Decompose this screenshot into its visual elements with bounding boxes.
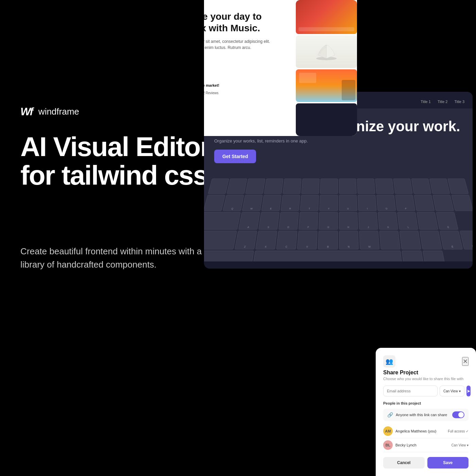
access-level-label: Can View [443,389,458,393]
key: L [397,212,418,230]
review-count: 4,532 Reviews [204,91,219,95]
user-access-0: Full access [448,429,469,433]
thumbnail-3 [296,69,357,102]
key [320,178,338,194]
key: Y [319,195,338,211]
key [204,231,237,250]
loop-tab-2[interactable]: Title 2 [438,100,448,104]
key [411,178,431,194]
key: P [395,195,415,211]
user-row-1: BL Becky Lynch Can View ▾ [383,438,469,452]
key [357,178,375,194]
key [417,212,438,230]
key: J [358,212,378,230]
user-name-1: Becky Lynch [395,443,449,447]
modal-close-button[interactable]: ✕ [462,357,469,366]
key [414,195,435,211]
music-card-title: Improve your day to the Max with Music. [204,11,273,34]
key [245,178,265,194]
key: I [358,195,377,211]
access-level-dropdown[interactable]: Can View ▾ [440,386,464,396]
modal-title: Share Project [383,370,469,376]
music-card-body: Lorem ipsum dolor sit amet, consectetur … [204,38,273,51]
key: Z [235,231,257,250]
toggle-knob [458,412,464,418]
share-project-modal: 👥 ✕ Share Project Choose who you would l… [376,348,476,476]
space-key [252,251,403,261]
key [419,231,442,250]
key [399,231,421,250]
page-subtitle: Create beautiful frontend within minutes… [20,245,231,271]
key: H [339,212,358,230]
loop-tab-1[interactable]: Title 1 [421,100,431,104]
option-key: option [204,251,254,261]
key [379,231,401,250]
save-button[interactable]: Save [427,457,469,469]
loop-tabs: Title 1 Title 2 Title 3 [421,100,464,104]
key: C [276,231,298,250]
key: X [255,231,277,250]
key [393,178,412,194]
link-share-toggle[interactable] [452,411,464,418]
key: G [319,212,338,230]
chevron-down-icon: ▾ [459,389,461,393]
key [375,178,394,194]
people-section-label: People in this project [383,401,469,405]
logo-icon: Wf [20,105,32,118]
keyboard-visual: Q W E R T Y U I O P A S D [204,176,473,261]
user-avatar-1: BL [383,440,393,450]
key: T [300,195,319,211]
link-share-text: Anyone with this link can share [396,413,447,417]
key: É [436,212,458,230]
logo-text: windframe [38,106,79,117]
key: N [339,231,359,250]
user-row-0: AM Angelica Matthews (you) Full access [383,424,469,438]
thumbnail-4 [296,103,357,136]
key: V [297,231,318,250]
modal-icon: 👥 [383,355,395,368]
avatar-initials-1: BL [386,443,391,447]
key [451,195,473,211]
modal-actions: Cancel Save [383,457,469,469]
user-access-1[interactable]: Can View ▾ [452,443,469,447]
key: A [238,212,260,230]
key [402,251,425,261]
share-icon: 👥 [386,358,393,365]
thumbnail-1 [296,0,357,34]
user-name-0: Angelica Matthews (you) [395,429,445,433]
key: D [278,212,299,230]
thumbnail-2 [296,35,357,68]
loop-tab-3[interactable]: Title 3 [454,100,464,104]
key [301,178,320,194]
key [432,195,454,211]
key [339,178,356,194]
get-started-button[interactable]: Get Started [214,150,256,163]
email-input[interactable] [383,386,438,396]
email-row: Can View ▾ ➤ [383,386,469,396]
left-section: Wf windframe AI Visual Editor for tailwi… [0,0,238,476]
user-avatar-0: AM [383,426,393,436]
key [226,178,247,194]
key: K [378,212,398,230]
avatar-initials-0: AM [385,429,391,433]
send-invite-button[interactable]: ➤ [466,386,471,396]
key: S [258,212,279,230]
key: O [376,195,396,211]
cancel-button[interactable]: Cancel [383,457,425,469]
key: M [359,231,379,250]
key [204,195,225,211]
key [423,251,446,261]
image-thumbnails [296,0,357,136]
logo-area: Wf windframe [20,105,79,118]
key [447,178,469,194]
key: Q [223,195,244,211]
link-share-left: 🔗 Anyone with this link can share [387,412,447,418]
key [204,212,241,230]
key: R [281,195,301,211]
key: É [440,231,463,250]
key: B [318,231,338,250]
key [283,178,302,194]
key: W [242,195,263,211]
key: U [339,195,357,211]
link-share-row: 🔗 Anyone with this link can share [383,409,469,421]
